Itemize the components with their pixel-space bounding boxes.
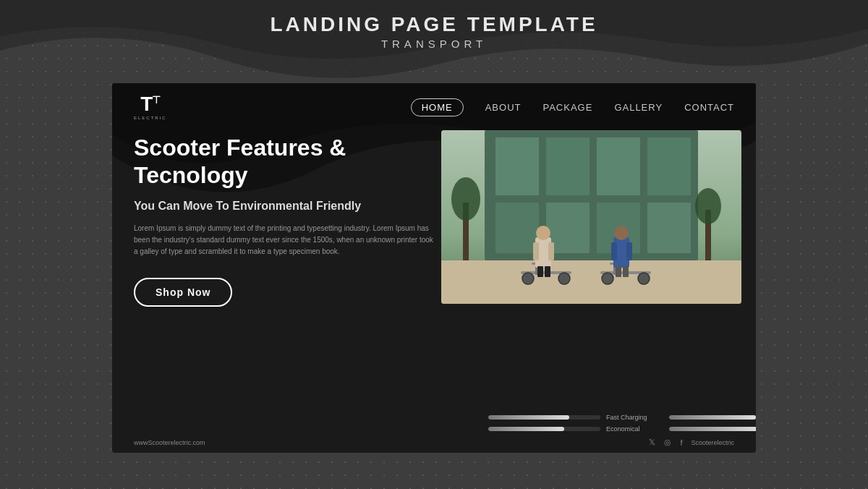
stat-label-fast-charging: Fast Charging xyxy=(606,414,647,421)
hero-image-inner xyxy=(441,130,741,304)
sub-title: TRANSPORT xyxy=(0,38,868,50)
nav-item-gallery[interactable]: GALLERY xyxy=(614,101,663,114)
hero-image xyxy=(441,130,741,304)
svg-point-25 xyxy=(638,273,650,284)
main-card: T⊤ ELECTRIC HOME ABOUT PACKAGE GALLERY C… xyxy=(112,83,756,453)
stat-bar-eco-fill xyxy=(669,415,756,420)
svg-rect-7 xyxy=(495,203,539,253)
svg-rect-4 xyxy=(546,137,590,195)
nav-link-home[interactable]: HOME xyxy=(411,98,464,116)
instagram-icon[interactable]: ◎ xyxy=(664,438,671,447)
svg-rect-10 xyxy=(647,203,691,253)
stat-bar-efficient-track xyxy=(669,427,756,431)
svg-rect-30 xyxy=(611,242,617,260)
stat-item-economical: Economical xyxy=(488,425,647,433)
stat-item-efficient: Efficient xyxy=(669,425,756,433)
svg-point-14 xyxy=(558,273,570,284)
svg-rect-6 xyxy=(647,137,691,195)
svg-point-24 xyxy=(602,273,613,284)
svg-rect-21 xyxy=(537,266,543,277)
stat-bar-fast-charging-track xyxy=(488,415,600,420)
page-header: LANDING PAGE TEMPLATE TRANSPORT xyxy=(0,13,868,50)
nav-item-about[interactable]: ABOUT xyxy=(485,101,522,114)
stats-bar: Fast Charging Environmentally friendly E… xyxy=(112,414,756,433)
hero-body: Lorem Ipsum is simply dummy text of the … xyxy=(134,223,438,258)
footer-brand: Scooterelectric xyxy=(691,439,734,446)
svg-point-18 xyxy=(536,226,550,240)
nav-link-package[interactable]: PACKAGE xyxy=(542,102,592,113)
svg-rect-19 xyxy=(533,242,539,260)
navbar: T⊤ ELECTRIC HOME ABOUT PACKAGE GALLERY C… xyxy=(112,83,756,130)
nav-links: HOME ABOUT PACKAGE GALLERY CONTACT xyxy=(411,101,734,114)
stat-bar-eco-track xyxy=(669,415,756,420)
stat-label-economical: Economical xyxy=(606,425,640,433)
svg-rect-5 xyxy=(597,137,640,195)
logo-letter: T⊤ xyxy=(140,94,160,114)
stats-grid: Fast Charging Environmentally friendly E… xyxy=(488,414,734,433)
twitter-icon[interactable]: 𝕏 xyxy=(649,438,655,447)
shop-now-button[interactable]: Shop Now xyxy=(134,278,232,307)
svg-rect-3 xyxy=(495,137,539,195)
svg-rect-11 xyxy=(441,260,741,304)
logo-sub: ELECTRIC xyxy=(134,116,167,120)
main-title: LANDING PAGE TEMPLATE xyxy=(0,13,868,36)
card-footer: wwwScooterelectric.com 𝕏 ◎ f Scooterelec… xyxy=(112,438,756,447)
svg-rect-22 xyxy=(545,266,550,277)
hero-content: Scooter Features & Tecnology You Can Mov… xyxy=(134,134,438,307)
nav-item-home[interactable]: HOME xyxy=(411,101,464,114)
nav-item-contact[interactable]: CONTACT xyxy=(684,101,734,114)
stat-item-eco-friendly: Environmentally friendly xyxy=(669,414,756,421)
nav-link-about[interactable]: ABOUT xyxy=(485,102,522,113)
stat-item-fast-charging: Fast Charging xyxy=(488,414,647,421)
stat-bar-economical-track xyxy=(488,427,600,431)
stat-bar-fast-charging-fill xyxy=(488,415,569,420)
svg-rect-20 xyxy=(548,242,554,260)
nav-item-package[interactable]: PACKAGE xyxy=(542,101,592,114)
logo: T⊤ ELECTRIC xyxy=(134,94,167,120)
svg-rect-32 xyxy=(616,266,621,277)
svg-point-13 xyxy=(522,273,534,284)
svg-point-35 xyxy=(451,177,480,221)
svg-rect-31 xyxy=(626,242,632,260)
hero-subheading: You Can Move To Environmental Friendly xyxy=(134,198,438,214)
stat-bar-efficient-fill xyxy=(669,427,756,431)
svg-point-29 xyxy=(614,226,629,240)
nav-link-gallery[interactable]: GALLERY xyxy=(614,102,663,113)
hero-heading: Scooter Features & Tecnology xyxy=(134,134,438,190)
footer-url: wwwScooterelectric.com xyxy=(134,439,205,446)
social-links: 𝕏 ◎ f Scooterelectric xyxy=(649,438,734,447)
svg-rect-33 xyxy=(623,266,629,277)
svg-point-37 xyxy=(695,188,721,224)
stat-bar-economical-fill xyxy=(488,427,564,431)
nav-link-contact[interactable]: CONTACT xyxy=(684,102,734,113)
facebook-icon[interactable]: f xyxy=(680,438,682,447)
scooter-scene xyxy=(441,130,741,304)
